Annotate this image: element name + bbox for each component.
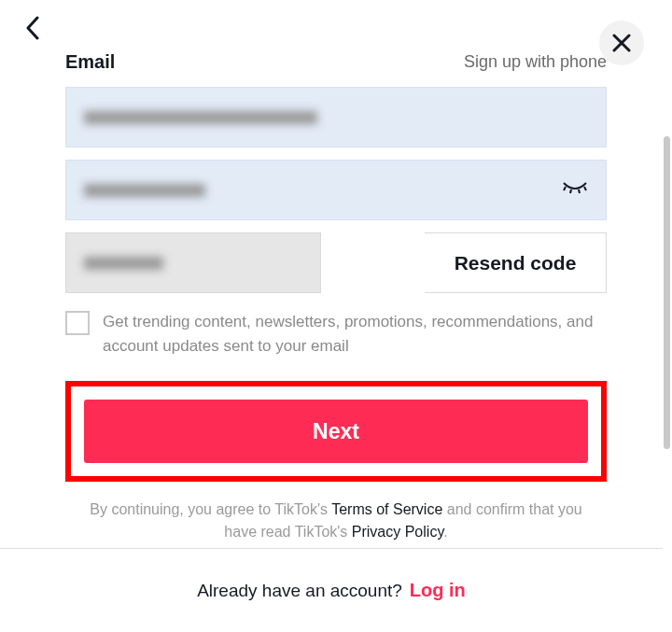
footer: Already have an account? Log in	[0, 548, 663, 632]
resend-code-button[interactable]: Resend code	[425, 232, 607, 293]
toggle-password-visibility[interactable]	[562, 181, 588, 200]
next-button-highlight: Next	[65, 381, 607, 482]
back-button[interactable]	[19, 14, 47, 42]
email-consent-checkbox[interactable]	[65, 311, 90, 335]
terms-of-service-link[interactable]: Terms of Service	[331, 501, 442, 517]
email-consent-text: Get trending content, newsletters, promo…	[103, 310, 607, 358]
svg-line-1	[570, 190, 571, 193]
svg-line-0	[564, 187, 566, 190]
login-prompt: Already have an account?	[197, 581, 402, 601]
login-link[interactable]: Log in	[410, 580, 466, 601]
eye-closed-icon	[562, 181, 588, 196]
svg-line-2	[579, 190, 580, 193]
verification-code-input[interactable]	[65, 232, 321, 293]
close-icon	[612, 34, 631, 52]
email-label: Email	[65, 51, 115, 73]
scrollbar-thumb[interactable]	[664, 136, 670, 449]
chevron-left-icon	[25, 16, 40, 40]
email-input[interactable]	[65, 87, 607, 147]
signup-phone-link[interactable]: Sign up with phone	[464, 52, 607, 72]
legal-disclaimer: By continuing, you agree to TikTok's Ter…	[65, 499, 607, 543]
next-button[interactable]: Next	[84, 400, 588, 463]
privacy-policy-link[interactable]: Privacy Policy	[352, 524, 443, 540]
password-input[interactable]	[65, 160, 607, 220]
svg-line-3	[584, 187, 586, 190]
